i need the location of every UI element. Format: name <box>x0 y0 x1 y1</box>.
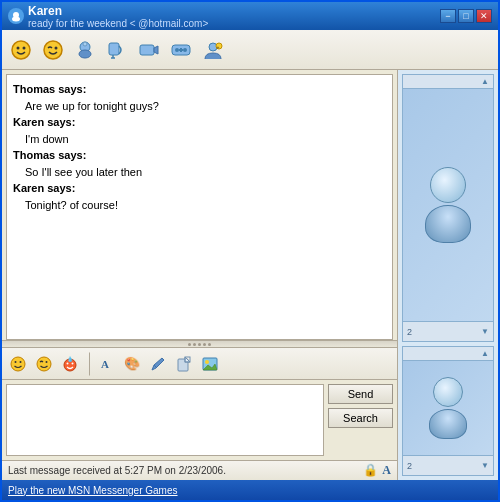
message-2: I'm down <box>13 131 386 148</box>
status-bar: Last message received at 5:27 PM on 2/23… <box>2 460 397 480</box>
svg-point-24 <box>37 357 51 371</box>
message-1: Are we up for tonight guys? <box>13 98 386 115</box>
voice-button[interactable] <box>102 35 132 65</box>
messenger-window: Karen ready for the weekend < @hotmail.c… <box>0 0 500 502</box>
buddy-head-bottom <box>433 377 463 407</box>
window-title: Karen <box>28 4 440 18</box>
close-button[interactable]: ✕ <box>476 9 492 23</box>
background-btn[interactable] <box>198 352 222 376</box>
search-button[interactable]: Search <box>328 408 393 428</box>
svg-point-1 <box>12 17 20 22</box>
speaker-4: Karen says: <box>13 180 386 197</box>
chat-line-3: Thomas says: So I'll see you later then <box>13 147 386 180</box>
lock-icon: 🔒 <box>363 463 378 478</box>
avatar-section: ▲ 2 ▼ ▲ <box>398 70 498 480</box>
font-size-icon[interactable]: A <box>382 463 391 478</box>
font-btn[interactable]: A <box>92 352 118 376</box>
buddy-figure-top <box>425 167 471 243</box>
message-input[interactable] <box>6 384 324 456</box>
contacts-button[interactable]: + <box>198 35 228 65</box>
svg-point-25 <box>46 361 48 363</box>
svg-point-3 <box>17 46 20 49</box>
svg-marker-31 <box>185 357 190 362</box>
svg-point-34 <box>205 360 209 364</box>
svg-text:💧: 💧 <box>67 356 74 363</box>
speaker-2: Karen says: <box>13 114 386 131</box>
handwrite-btn[interactable] <box>146 352 170 376</box>
wink-btn[interactable] <box>32 352 56 376</box>
buddy-head-top <box>430 167 466 203</box>
svg-point-15 <box>183 48 187 52</box>
message-3: So I'll see you later then <box>13 164 386 181</box>
svg-point-14 <box>175 48 179 52</box>
status-icons: 🔒 A <box>363 463 391 478</box>
speaker-1: Thomas says: <box>13 81 386 98</box>
buddy-body-bottom <box>429 409 467 439</box>
avatar-top-name-badge: 2 <box>407 327 412 337</box>
chat-line-1: Thomas says: Are we up for tonight guys? <box>13 81 386 114</box>
color-btn[interactable]: 🎨 <box>120 352 144 376</box>
avatar-top-scroll-down[interactable]: ▼ <box>481 327 489 336</box>
avatar-top-scroll-up[interactable]: ▲ <box>481 77 489 86</box>
message-4: Tonight? of course! <box>13 197 386 214</box>
svg-marker-12 <box>154 46 158 54</box>
chat-line-4: Karen says: Tonight? of course! <box>13 180 386 213</box>
maximize-button[interactable]: □ <box>458 9 474 23</box>
files-btn[interactable] <box>172 352 196 376</box>
separator-1 <box>84 352 90 376</box>
speaker-3: Thomas says: <box>13 147 386 164</box>
window-controls: − □ ✕ <box>440 9 492 23</box>
window-subtitle: ready for the weekend < @hotmail.com> <box>28 18 440 29</box>
wink-button[interactable] <box>38 35 68 65</box>
emoticons-button[interactable] <box>6 35 36 65</box>
buddy-body-top <box>425 205 471 243</box>
svg-point-28 <box>72 362 74 364</box>
app-icon <box>8 8 24 24</box>
self-avatar <box>402 360 494 456</box>
svg-rect-17 <box>179 49 183 51</box>
chat-section: Thomas says: Are we up for tonight guys?… <box>2 70 398 480</box>
main-area: Thomas says: Are we up for tonight guys?… <box>2 70 498 480</box>
avatar-bottom-scroll-down[interactable]: ▼ <box>481 461 489 470</box>
webcam-button[interactable] <box>134 35 164 65</box>
input-area: Send Search <box>2 380 397 460</box>
input-buttons: Send Search <box>328 384 393 456</box>
minimize-button[interactable]: − <box>440 9 456 23</box>
resize-divider[interactable] <box>2 340 397 348</box>
emotion-btn[interactable]: 💧 <box>58 352 82 376</box>
svg-point-2 <box>12 41 30 59</box>
avatar-bottom-scroll-up[interactable]: ▲ <box>481 349 489 358</box>
footer-link[interactable]: Play the new MSN Messenger Games <box>8 485 178 496</box>
svg-text:+: + <box>217 44 220 50</box>
svg-point-9 <box>83 42 87 46</box>
svg-point-8 <box>79 50 91 58</box>
avatar-bottom-name-badge: 2 <box>407 461 412 471</box>
svg-point-22 <box>15 361 17 363</box>
main-toolbar: + <box>2 30 498 70</box>
contact-avatar <box>402 88 494 322</box>
svg-point-23 <box>20 361 22 363</box>
smiley-btn[interactable] <box>6 352 30 376</box>
svg-rect-10 <box>109 43 119 55</box>
footer-bar: Play the new MSN Messenger Games <box>2 480 498 500</box>
nudge-button[interactable] <box>70 35 100 65</box>
svg-point-21 <box>11 357 25 371</box>
status-message: Last message received at 5:27 PM on 2/23… <box>8 465 359 476</box>
svg-point-6 <box>55 46 58 49</box>
chat-display[interactable]: Thomas says: Are we up for tonight guys?… <box>6 74 393 340</box>
svg-point-4 <box>23 46 26 49</box>
svg-point-5 <box>44 41 62 59</box>
games-button[interactable] <box>166 35 196 65</box>
chat-line-2: Karen says: I'm down <box>13 114 386 147</box>
buddy-figure-bottom <box>429 377 467 439</box>
title-bar: Karen ready for the weekend < @hotmail.c… <box>2 2 498 30</box>
input-toolbar: 💧 A 🎨 <box>2 348 397 380</box>
svg-point-27 <box>67 362 69 364</box>
divider-dots <box>188 343 211 346</box>
svg-rect-11 <box>140 45 154 55</box>
send-button[interactable]: Send <box>328 384 393 404</box>
